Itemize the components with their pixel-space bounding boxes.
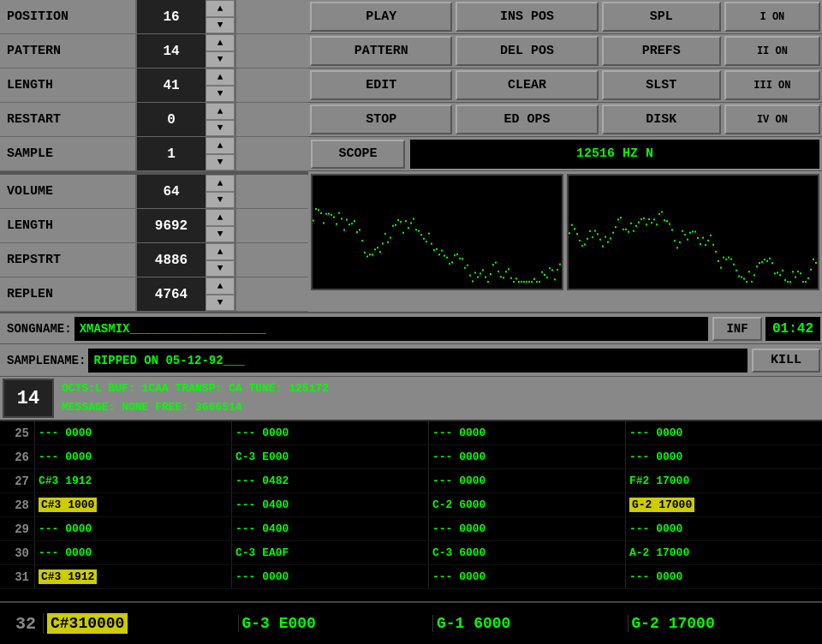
spl-button[interactable]: SPL [602,2,721,32]
length-label: LENGTH [0,69,137,102]
sample-length-row: LENGTH 9692 ▲ ▼ [0,209,308,243]
on2-button[interactable]: II ON [724,36,820,66]
edit-button[interactable]: EDIT [310,70,452,100]
del-pos-button[interactable]: DEL POS [456,36,598,66]
sample-length-up[interactable]: ▲ [206,209,235,226]
volume-value: 64 [137,175,206,208]
pattern-up[interactable]: ▲ [206,34,235,51]
channel-cell: C-3 6000 [428,541,625,564]
pattern-row: 25--- 0000--- 0000--- 0000--- 0000 [0,421,822,445]
restart-label: RESTART [0,103,137,136]
channel-cell: --- 0000 [428,469,625,492]
waveform-left [311,174,563,290]
sample-row: SAMPLE 1 ▲ ▼ [0,137,308,171]
volume-down[interactable]: ▼ [206,192,235,209]
kill-button[interactable]: KILL [752,349,820,373]
pattern-row: 26--- 0000C-3 E000--- 0000--- 0000 [0,445,822,469]
channel-cell: F#2 17000 [625,469,822,492]
length-value: 41 [137,69,206,102]
channel-cell: C#3 1912 [34,565,231,588]
length-up[interactable]: ▲ [206,69,235,86]
channel-cell: --- 0000 [34,445,231,468]
waveform-right [567,174,819,290]
sample-value: 1 [137,137,206,170]
position-up[interactable]: ▲ [206,0,235,17]
slst-button[interactable]: SLST [602,70,721,100]
samplename-label: SAMPLENAME: [0,354,86,367]
repstrt-up[interactable]: ▲ [206,243,235,260]
position-down[interactable]: ▼ [206,17,235,34]
channel-cell: --- 0000 [428,517,625,540]
repstrt-value: 4886 [137,243,206,277]
inf-button[interactable]: INF [712,317,762,341]
current-row-display: 32 C#310000 G-3 E000 G-1 6000 G-2 17000 [0,601,822,644]
channel-cell: --- 0400 [231,493,428,516]
channel-cell: --- 0482 [231,469,428,492]
pattern-row: 28C#3 1000--- 0400C-2 6000G-2 17000 [0,493,822,517]
channel-cell: A-2 17000 [625,541,822,564]
length-row: LENGTH 41 ▲ ▼ [0,69,308,103]
clear-button[interactable]: CLEAR [456,70,598,100]
on1-button[interactable]: I ON [724,2,820,32]
pattern-number: 14 [3,379,54,418]
volume-label: VOLUME [0,175,137,208]
current-ch3: G-1 6000 [437,615,510,632]
prefs-button[interactable]: PREFS [602,36,721,66]
volume-up[interactable]: ▲ [206,175,235,192]
pattern-row: 27C#3 1912--- 0482--- 0000F#2 17000 [0,469,822,493]
pattern-down[interactable]: ▼ [206,51,235,69]
repstrt-row: REPSTRT 4886 ▲ ▼ [0,243,308,277]
channel-cell: C#3 1000 [34,493,231,516]
channel-cell: C-3 EA0F [231,541,428,564]
song-name[interactable]: XMASMIX___________________ [74,317,708,341]
channel-cell: --- 0000 [428,421,625,444]
replen-row: REPLEN 4764 ▲ ▼ [0,277,308,312]
sample-label: SAMPLE [0,137,137,170]
pattern-row: 29--- 0000--- 0400--- 0000--- 0000 [0,517,822,541]
stop-button[interactable]: STOP [310,104,452,134]
replen-up[interactable]: ▲ [206,277,235,295]
restart-up[interactable]: ▲ [206,103,235,120]
current-ch2: G-3 E000 [242,615,316,632]
position-value: 16 [137,0,206,33]
position-label: POSITION [0,0,137,33]
play-button[interactable]: PLAY [310,2,452,32]
current-ch1: C#310000 [47,613,128,634]
repstrt-down[interactable]: ▼ [206,260,235,277]
channel-cell: --- 0000 [231,565,428,588]
channel-cell: --- 0000 [625,421,822,444]
tracker-app: POSITION 16 ▲ ▼ PATTERN 14 ▲ ▼ LENGTH 41 [0,0,822,644]
on4-button[interactable]: IV ON [724,104,820,134]
sample-length-label: LENGTH [0,209,137,242]
ins-pos-button[interactable]: INS POS [456,2,598,32]
pattern-row: 31C#3 1912--- 0000--- 0000--- 0000 [0,565,822,589]
restart-value: 0 [137,103,206,136]
replen-value: 4764 [137,277,206,311]
restart-row: RESTART 0 ▲ ▼ [0,103,308,137]
freq-display: 12516 HZ N [410,140,819,169]
channel-cell: C#3 1912 [34,469,231,492]
channel-cell: G-2 17000 [625,493,822,516]
channel-cell: --- 0000 [625,565,822,588]
channel-cell: --- 0000 [231,421,428,444]
pattern-button[interactable]: PATTERN [310,36,452,66]
restart-down[interactable]: ▼ [206,120,235,137]
channel-cell: C-2 6000 [428,493,625,516]
scope-button[interactable]: SCOPE [311,140,405,169]
current-ch4: G-2 17000 [632,615,715,632]
on3-button[interactable]: III ON [724,70,820,100]
length-down[interactable]: ▼ [206,86,235,103]
sample-length-down[interactable]: ▼ [206,226,235,243]
disk-button[interactable]: DISK [602,104,721,134]
channel-cell: --- 0000 [625,517,822,540]
pattern-info: OCTS:L BUF: 1CAA TRANSP: CA TUNE: 125172… [57,378,334,419]
sample-up[interactable]: ▲ [206,137,235,154]
songname-label: SONGNAME: [0,322,72,336]
volume-row: VOLUME 64 ▲ ▼ [0,175,308,209]
sample-name[interactable]: RIPPED ON 05-12-92___ [88,349,748,373]
replen-label: REPLEN [0,277,137,311]
replen-down[interactable]: ▼ [206,295,235,312]
ed-ops-button[interactable]: ED OPS [456,104,598,134]
sample-down[interactable]: ▼ [206,154,235,171]
channel-cell: --- 0000 [34,421,231,444]
